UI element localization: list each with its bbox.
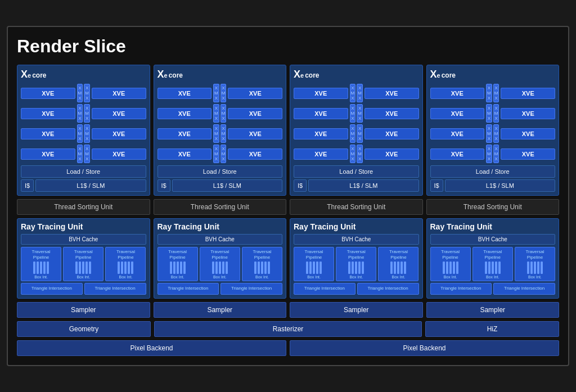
xve-row: XVE XMX XMX XVE xyxy=(430,124,556,143)
triangle-cell: Triangle Intersection xyxy=(357,283,419,294)
xmx-cell: XMX xyxy=(77,84,83,102)
cache-row-4: I$ L1$ / SLM xyxy=(430,179,556,192)
traversal-row-1: TraversalPipeline Box Int. TraversalPipe… xyxy=(21,247,146,281)
xe-core-label-4: Xecore xyxy=(430,69,556,80)
traversal-cell: TraversalPipeline Box Int. xyxy=(158,247,198,281)
triangle-cell: Triangle Intersection xyxy=(21,283,83,294)
xmx-cell: XMX xyxy=(213,124,219,143)
pixel-row: Pixel Backend Pixel Backend xyxy=(17,340,559,356)
xve-cell: XVE xyxy=(158,108,212,119)
xmx-group: XMX XMX xyxy=(350,124,363,143)
box-int-label: Box Int. xyxy=(65,275,102,279)
box-int-label: Box Int. xyxy=(244,275,281,279)
triangle-cell: Triangle Intersection xyxy=(493,283,555,294)
xve-cell: XVE xyxy=(430,108,485,119)
xve-cell: XVE xyxy=(21,88,75,99)
box-int-label: Box Int. xyxy=(338,275,375,279)
xmx-cell: XMX xyxy=(77,124,83,143)
traversal-lines xyxy=(380,262,417,274)
xmx-cell: XMX xyxy=(213,104,219,123)
xmx-cell: XMX xyxy=(357,124,363,143)
xmx-cell: XMX xyxy=(486,104,492,123)
xve-cell: XVE xyxy=(501,128,555,139)
bvh-cache-3: BVH Cache xyxy=(294,234,419,245)
tsu-grid: Thread Sorting Unit Thread Sorting Unit … xyxy=(17,199,559,215)
xve-cell: XVE xyxy=(294,108,348,119)
traversal-lines xyxy=(295,262,332,274)
xe-core-label-2: Xecore xyxy=(158,69,283,80)
traversal-row-2: TraversalPipeline Box Int. TraversalPipe… xyxy=(158,247,283,281)
xmx-group: XMX XMX xyxy=(77,145,90,163)
xve-cell: XVE xyxy=(92,108,146,119)
xve-cell: XVE xyxy=(21,108,75,119)
xmx-cell: XMX xyxy=(350,145,356,163)
xve-cell: XVE xyxy=(294,128,348,139)
xmx-cell: XMX xyxy=(357,104,363,123)
xmx-cell: XMX xyxy=(486,84,492,102)
xve-cell: XVE xyxy=(430,128,485,139)
traversal-lines xyxy=(159,262,196,274)
l1slm-4: L1$ / SLM xyxy=(445,179,555,192)
rt-grid: Ray Tracing Unit BVH Cache TraversalPipe… xyxy=(17,218,559,299)
traversal-cell: TraversalPipeline Box Int. xyxy=(294,247,334,281)
traversal-lines xyxy=(474,262,511,274)
traversal-label: TraversalPipeline xyxy=(107,249,144,260)
xve-cell: XVE xyxy=(430,88,485,99)
xve-row: XVE XMX XMX XVE xyxy=(158,84,283,102)
triangle-cell: Triangle Intersection xyxy=(430,283,492,294)
xmx-cell: XMX xyxy=(350,84,356,102)
triangle-cell: Triangle Intersection xyxy=(294,283,356,294)
traversal-cell: TraversalPipeline Box Int. xyxy=(472,247,513,281)
xve-row: XVE XMX XMX XVE xyxy=(294,124,419,143)
xve-cell: XVE xyxy=(364,148,419,160)
icache-2: I$ xyxy=(158,179,170,192)
xmx-cell: XMX xyxy=(84,124,90,143)
xmx-cell: XMX xyxy=(220,145,227,163)
traversal-cell: TraversalPipeline Box Int. xyxy=(378,247,418,281)
box-int-label: Box Int. xyxy=(380,275,417,279)
xve-cell: XVE xyxy=(21,148,75,160)
tsu-3: Thread Sorting Unit xyxy=(290,199,423,215)
traversal-lines xyxy=(244,262,281,274)
xmx-cell: XMX xyxy=(220,84,227,102)
xmx-group: XMX XMX xyxy=(213,145,226,163)
xve-cell: XVE xyxy=(92,128,146,139)
rt-label-2: Ray Tracing Unit xyxy=(158,222,283,231)
xmx-cell: XMX xyxy=(493,104,500,123)
xve-cell: XVE xyxy=(501,108,555,119)
traversal-lines xyxy=(65,262,102,274)
box-int-label: Box Int. xyxy=(22,275,60,279)
traversal-cell: TraversalPipeline Box Int. xyxy=(63,247,104,281)
tsu-4: Thread Sorting Unit xyxy=(426,199,560,215)
icache-4: I$ xyxy=(430,179,443,192)
l1slm-3: L1$ / SLM xyxy=(308,179,418,192)
box-int-label: Box Int. xyxy=(159,275,196,279)
xmx-group: XMX XMX xyxy=(486,84,499,102)
rt-label-1: Ray Tracing Unit xyxy=(21,222,146,231)
traversal-row-3: TraversalPipeline Box Int. TraversalPipe… xyxy=(294,247,419,281)
xmx-group: XMX XMX xyxy=(350,84,363,102)
icache-3: I$ xyxy=(294,179,307,192)
traversal-label: TraversalPipeline xyxy=(159,249,196,260)
xmx-cell: XMX xyxy=(220,104,227,123)
xve-row-3: XVE XMX XMX XVE xyxy=(21,124,146,143)
xve-row: XVE XMX XMX XVE xyxy=(430,145,556,163)
l1slm-2: L1$ / SLM xyxy=(172,179,282,192)
traversal-lines xyxy=(516,262,554,274)
tsu-2: Thread Sorting Unit xyxy=(154,199,287,215)
traversal-row-4: TraversalPipeline Box Int. TraversalPipe… xyxy=(430,247,556,281)
pixel-backend-2: Pixel Backend xyxy=(290,340,559,356)
xmx-cell: XMX xyxy=(350,124,356,143)
xmx-group: XMX XMX xyxy=(486,145,499,163)
xve-cell: XVE xyxy=(228,108,282,119)
sampler-3: Sampler xyxy=(290,302,423,318)
icache-1: I$ xyxy=(21,179,34,192)
geo-rast-row: Geometry Rasterizer HiZ xyxy=(17,321,559,337)
traversal-label: TraversalPipeline xyxy=(516,249,554,260)
traversal-cell: TraversalPipeline Box Int. xyxy=(336,247,376,281)
xve-row: XVE XMX XMX XVE xyxy=(158,104,283,123)
hiz-cell: HiZ xyxy=(425,321,559,337)
sampler-2: Sampler xyxy=(154,302,287,318)
sampler-grid: Sampler Sampler Sampler Sampler xyxy=(17,302,559,318)
geometry-cell: Geometry xyxy=(17,321,151,337)
